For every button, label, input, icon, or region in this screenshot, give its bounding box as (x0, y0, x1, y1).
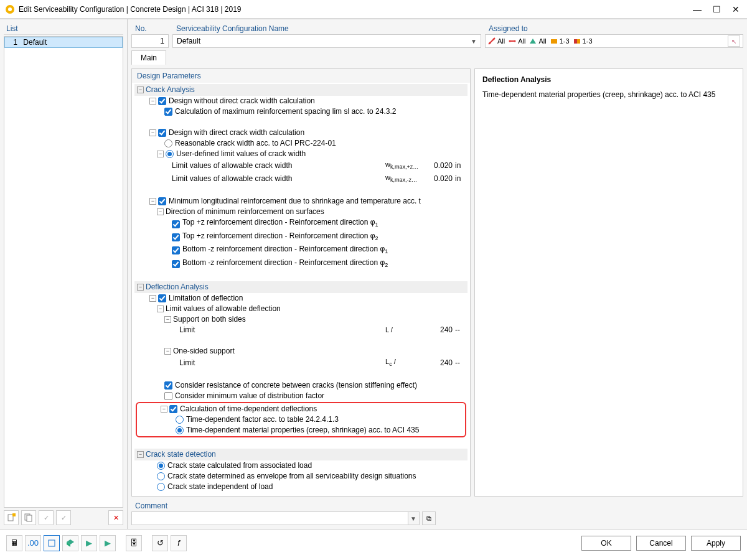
expand-icon[interactable]: − (157, 151, 164, 157)
expand-icon[interactable]: − (149, 198, 156, 205)
delete-icon[interactable]: ✕ (108, 510, 123, 525)
close-button[interactable]: ✕ (732, 4, 740, 14)
expand-icon[interactable]: − (137, 451, 144, 458)
tab-main[interactable]: Main (131, 50, 166, 65)
assigned-badge-4[interactable]: 1-3 (550, 37, 570, 45)
svg-point-11 (514, 40, 516, 42)
opt-min-long[interactable]: Minimum longitudinal reinforcement due t… (169, 196, 467, 207)
opt-consider-resist[interactable]: Consider resistance of concrete between … (175, 380, 467, 391)
opt-cs-envelope[interactable]: Crack state determined as envelope from … (167, 471, 467, 482)
val-limit-a[interactable]: 240 (429, 325, 453, 335)
export-a-icon[interactable]: ▶ (81, 535, 97, 551)
config-name-combo[interactable]: Default ▼ (172, 34, 481, 48)
pick-cursor-button[interactable]: ↖ (728, 35, 740, 47)
radio[interactable] (157, 462, 165, 470)
opt-consider-min[interactable]: Consider minimum value of distribution f… (175, 391, 467, 401)
radio[interactable] (176, 426, 184, 434)
assigned-badge-2[interactable]: All (509, 37, 525, 45)
info-body: Time-dependent material properties (cree… (482, 90, 735, 99)
chevron-down-icon[interactable]: ▼ (408, 511, 420, 525)
checkbox[interactable] (158, 129, 166, 137)
opt-design-with[interactable]: Design with direct crack width calculati… (169, 128, 467, 138)
minimize-button[interactable]: — (693, 4, 702, 14)
expand-icon[interactable]: − (149, 129, 156, 136)
sym: wk,max,-z… (385, 172, 429, 185)
expand-icon[interactable]: − (157, 208, 164, 215)
expand-icon[interactable]: − (157, 306, 164, 312)
radio[interactable] (176, 416, 184, 424)
val-crack-1[interactable]: 0.020 (429, 161, 453, 171)
checkbox[interactable] (164, 381, 172, 390)
checkbox[interactable] (172, 246, 180, 254)
cancel-button[interactable]: Cancel (636, 536, 686, 551)
toggle-a-icon[interactable]: ✓ (39, 510, 54, 525)
list-body[interactable]: 1 Default (4, 36, 123, 508)
checkbox[interactable] (172, 233, 180, 241)
new-icon[interactable] (4, 510, 19, 525)
opt-userdef[interactable]: User-defined limit values of crack width (176, 149, 467, 159)
radio[interactable] (166, 150, 174, 158)
calc-icon[interactable]: 🖩 (6, 535, 22, 551)
expand-icon[interactable]: − (137, 284, 144, 291)
opt-calc-max-reinf[interactable]: Calculation of maximum reinforcement spa… (175, 106, 467, 117)
val-crack-2[interactable]: 0.020 (429, 174, 453, 184)
maximize-button[interactable]: ☐ (713, 4, 721, 14)
label-limit-crack-2: Limit values of allowable crack width (172, 174, 385, 184)
label-one-sided: One-sided support (173, 346, 467, 357)
copy-icon[interactable] (21, 510, 36, 525)
expand-icon[interactable]: − (137, 86, 144, 93)
reset-icon[interactable]: ↺ (152, 535, 168, 551)
radio[interactable] (157, 483, 165, 491)
checkbox[interactable] (164, 392, 172, 400)
export-b-icon[interactable]: ▶ (100, 535, 116, 551)
opt-limitation[interactable]: Limitation of deflection (169, 293, 467, 304)
checkbox[interactable] (158, 197, 166, 205)
checkbox[interactable] (158, 294, 166, 302)
apply-button[interactable]: Apply (691, 536, 741, 551)
checkbox[interactable] (172, 260, 180, 268)
db-icon[interactable]: 🗄 (126, 535, 142, 551)
ok-button[interactable]: OK (581, 536, 631, 551)
checkbox[interactable] (169, 405, 177, 413)
opt-calc-timedep[interactable]: Calculation of time-dependent deflection… (180, 404, 464, 414)
assigned-badge-1[interactable]: All (488, 37, 505, 45)
opt-td-factor[interactable]: Time-dependent factor acc. to table 24.2… (186, 414, 464, 425)
function-icon[interactable]: f (171, 535, 187, 551)
view-3d-icon[interactable] (44, 535, 60, 551)
opt-reasonable[interactable]: Reasonable crack width acc. to ACI PRC-2… (175, 138, 467, 149)
assigned-badge-3[interactable]: All (529, 37, 546, 45)
window-title: Edit Serviceability Configuration | Conc… (19, 5, 693, 14)
label-limit-a: Limit (179, 325, 385, 335)
sym: wk,max,+z… (385, 159, 429, 172)
checkbox[interactable] (158, 97, 166, 105)
toggle-b-icon[interactable]: ✓ (56, 510, 71, 525)
expand-icon[interactable]: − (161, 406, 167, 413)
expand-icon[interactable]: − (164, 348, 171, 355)
title-bar: Edit Serviceability Configuration | Conc… (0, 0, 747, 19)
checkbox[interactable] (172, 220, 180, 228)
no-field[interactable]: 1 (131, 34, 169, 48)
opt-design-without[interactable]: Design without direct crack width calcul… (169, 96, 467, 106)
svg-rect-14 (574, 39, 577, 44)
val-limit-b[interactable]: 240 (429, 358, 453, 368)
comment-copy-button[interactable]: ⧉ (422, 511, 436, 525)
opt-bot-z2[interactable]: Bottom -z reinforcement direction - Rein… (182, 258, 467, 271)
checkbox[interactable] (164, 108, 172, 116)
expand-icon[interactable]: − (164, 316, 171, 323)
opt-cs-assoc[interactable]: Crack state calculated from associated l… (167, 460, 467, 471)
assigned-badge-5[interactable]: 1-3 (573, 37, 593, 45)
expand-icon[interactable]: − (149, 98, 156, 105)
opt-top-z2[interactable]: Top +z reinforcement direction - Reinfor… (182, 231, 467, 244)
opt-bot-z1[interactable]: Bottom -z reinforcement direction - Rein… (182, 244, 467, 257)
list-item[interactable]: 1 Default (4, 37, 123, 48)
radio[interactable] (157, 472, 165, 480)
highlight-box: −Calculation of time-dependent deflectio… (136, 402, 466, 437)
radio[interactable] (164, 139, 172, 147)
opt-top-z1[interactable]: Top +z reinforcement direction - Reinfor… (182, 217, 467, 230)
opt-td-material[interactable]: Time-dependent material properties (cree… (186, 425, 464, 436)
units-icon[interactable]: .00 (25, 535, 41, 551)
expand-icon[interactable]: − (149, 295, 156, 302)
opt-cs-indep[interactable]: Crack state independent of load (167, 482, 467, 492)
comment-field[interactable] (131, 511, 408, 525)
model-icon[interactable] (62, 535, 78, 551)
